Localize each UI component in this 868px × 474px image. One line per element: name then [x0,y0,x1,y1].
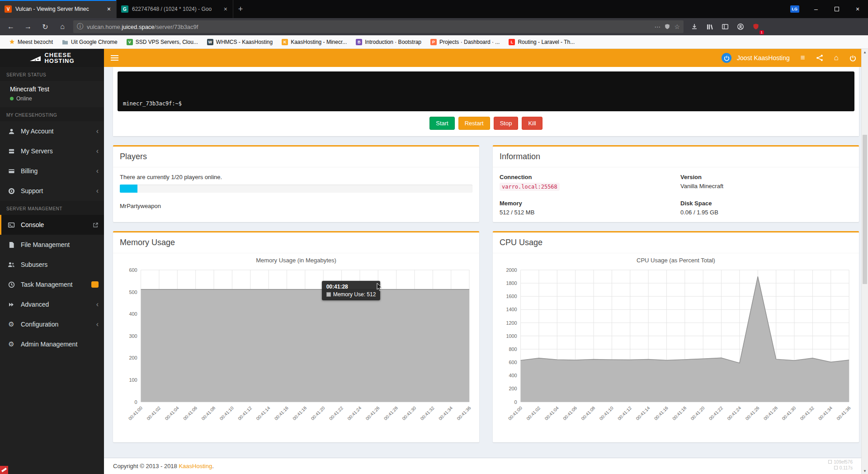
kaashosting-link[interactable]: KaasHosting [179,463,212,469]
page-actions-icon[interactable]: ⋯ [654,23,660,30]
bookmark-item[interactable]: W WHMCS - KaasHosting [203,38,276,47]
power-controls: Start Restart Stop Kill [118,111,854,132]
build-hash: 109ef576 [834,460,853,465]
svg-text:500: 500 [129,289,137,295]
browser-tab-inactive[interactable]: G 622747648 / (1024 * 1024) - Goo × [117,0,233,18]
window-close-button[interactable]: × [847,0,868,18]
bookmark-item[interactable]: P Projects · Dashboard · ... [427,38,503,47]
back-icon[interactable]: ← [5,20,17,33]
topbar-right: Joost KaasHosting ≡ ⌂ [722,53,868,63]
bookmark-item[interactable]: V SSD VPS Servers, Clou... [123,38,202,47]
stop-button[interactable]: Stop [494,117,519,130]
sidebar-item-admin-management[interactable]: ⚙ Admin Management [0,334,104,354]
svg-text:00:41:20: 00:41:20 [690,405,706,421]
sidebar-item-console[interactable]: Console [0,215,104,235]
chevron-left-icon: ‹ [96,187,99,194]
start-button[interactable]: Start [429,117,454,130]
sidebar-item-billing[interactable]: Billing ‹ [0,161,104,181]
account-icon[interactable] [734,20,747,33]
logout-power-icon[interactable] [849,55,856,62]
app-window: CHEESEHOSTING SERVER STATUS Minecraft Te… [0,49,868,474]
maximize-icon [835,7,839,11]
information-panel-title: Information [493,147,859,167]
sidebar-collapse-icon[interactable] [104,49,125,67]
url-text[interactable]: vulcan.home.juiced.space/server/73b3ac9f [87,24,651,30]
page-scrollbar[interactable]: ▴ ▾ [861,49,868,474]
tab-title: 622747648 / (1024 * 1024) - Goo [132,6,219,12]
user-icon [7,128,15,135]
kill-button[interactable]: Kill [522,117,542,130]
page-content: minecr_73b3ac9f:~$ Start Restart Stop Ki… [104,67,868,458]
window-minimize-button[interactable]: – [806,0,826,18]
svg-text:00:41:18: 00:41:18 [292,405,307,421]
sidebar-item-file-management[interactable]: File Management [0,235,104,255]
info-disk: Disk Space 0.06 / 1.95 GB [680,200,852,216]
chevron-left-icon: ‹ [96,301,99,308]
sidebar-item-advanced[interactable]: Advanced ‹ [0,294,104,314]
svg-text:00:41:06: 00:41:06 [182,405,198,421]
restart-button[interactable]: Restart [458,117,490,130]
information-panel: Information Connection varro.local:25568… [493,145,859,222]
sidebar-item-support[interactable]: Support ‹ [0,181,104,201]
tab-close-icon[interactable]: × [106,5,112,13]
url-bar[interactable]: ⓘ vulcan.home.juiced.space/server/73b3ac… [73,20,684,33]
scroll-up-icon[interactable]: ▴ [862,49,868,55]
sidebar-item-configuration[interactable]: ⚙ Configuration ‹ [0,314,104,334]
bookmark-star-icon[interactable]: ☆ [674,23,680,30]
svg-text:00:41:14: 00:41:14 [635,405,651,421]
forward-icon [7,302,15,308]
nodes-icon[interactable] [816,54,823,62]
sidebar-item-task-management[interactable]: Task Management [0,275,104,294]
scroll-down-icon[interactable]: ▾ [862,468,868,474]
memory-chart-title: Memory Usage (in Megabytes) [113,253,479,264]
home-icon[interactable]: ⌂ [56,20,69,33]
svg-text:1800: 1800 [506,280,517,286]
new-tab-button[interactable]: + [233,0,248,18]
site-info-icon[interactable]: ⓘ [77,23,83,31]
connection-address[interactable]: varro.local:25568 [500,183,560,191]
site-favicon: L [509,39,515,45]
sidebar-item-my-servers[interactable]: My Servers ‹ [0,141,104,161]
server-power-status-icon[interactable] [722,53,731,63]
adblock-extension-icon[interactable]: 1 [750,20,762,33]
svg-text:1400: 1400 [506,307,517,312]
bookmark-item[interactable]: L Routing - Laravel - Th... [505,38,578,47]
svg-text:2000: 2000 [506,267,517,273]
svg-text:1000: 1000 [506,333,517,339]
refresh-icon[interactable]: ↻ [39,20,52,33]
pocket-icon[interactable] [664,24,670,30]
user-menu[interactable]: Joost KaasHosting [737,54,790,62]
svg-text:100: 100 [129,377,137,383]
svg-text:00:41:28: 00:41:28 [383,405,399,421]
download-icon[interactable] [688,20,701,33]
memory-chart-canvas[interactable]: 010020030040050060000:41:0000:41:0200:41… [117,265,476,440]
server-name: Minecraft Test [10,85,94,93]
cpu-chart-canvas[interactable]: 020040060080010001200140016001800200000:… [496,265,855,440]
debug-info: 109ef576 0.117s [828,459,853,471]
window-maximize-button[interactable] [826,0,847,18]
titlebar-drag-area [248,0,790,18]
sidebar-item-subusers[interactable]: Subusers [0,255,104,275]
forward-icon[interactable]: → [22,20,34,33]
app-footer: Copyright © 2013 - 2018 KaasHosting. 109… [104,458,868,474]
library-icon[interactable] [703,20,716,33]
sidebar-item-my-account[interactable]: My Account ‹ [0,121,104,141]
bookmark-item[interactable]: Meest bezocht [5,38,57,47]
home-icon[interactable]: ⌂ [834,53,839,62]
brand-logo[interactable]: CHEESEHOSTING [0,49,104,67]
browser-tab-active[interactable]: V Vulcan - Viewing Server Minec × [0,0,117,18]
svg-text:00:41:34: 00:41:34 [438,405,453,421]
scrollbar-thumb[interactable] [863,135,867,284]
external-link-icon[interactable] [93,222,99,228]
terminal-icon [7,222,15,228]
sidebar-toggle-icon[interactable] [719,20,731,33]
server-list-icon[interactable]: ≡ [801,53,805,62]
svg-text:00:41:22: 00:41:22 [708,405,724,421]
tab-close-icon[interactable]: × [223,5,228,13]
hash-icon [828,460,832,464]
bookmark-item[interactable]: K KaasHosting - Minecr... [278,38,350,47]
console-terminal[interactable]: minecr_73b3ac9f:~$ [118,71,854,111]
bookmark-item[interactable]: Uit Google Chrome [58,38,121,47]
svg-text:00:41:24: 00:41:24 [346,405,362,421]
bookmark-item[interactable]: B Introduction · Bootstrap [352,38,425,47]
